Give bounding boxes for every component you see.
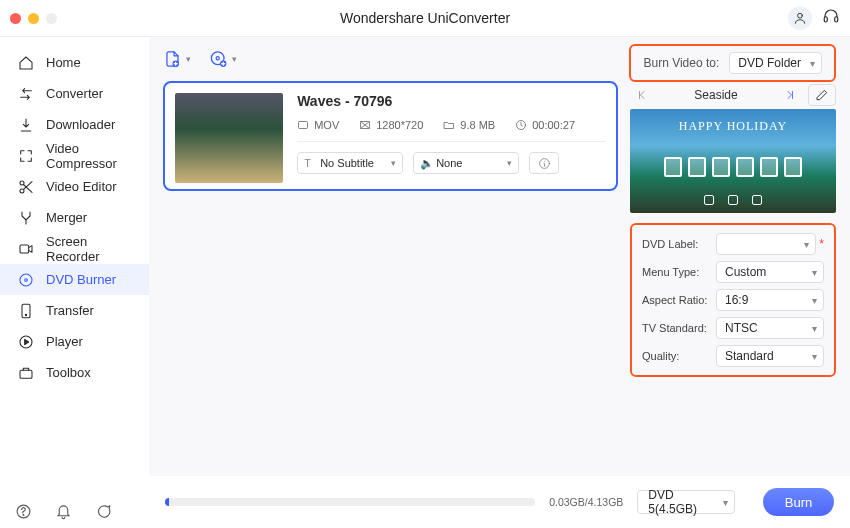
download-icon <box>18 117 34 133</box>
quality-select[interactable]: Standard <box>716 345 824 367</box>
svg-rect-18 <box>299 122 308 129</box>
svg-rect-1 <box>824 17 827 22</box>
zoom-window-button[interactable] <box>46 13 57 24</box>
sidebar-item-label: Downloader <box>46 117 115 132</box>
sidebar-item-label: Screen Recorder <box>46 234 131 264</box>
sidebar-item-merger[interactable]: Merger <box>0 202 149 233</box>
next-theme-button[interactable] <box>776 84 802 106</box>
audio-icon: 🔈 <box>420 157 434 170</box>
svg-point-7 <box>25 278 28 281</box>
size-progress-text: 0.03GB/4.13GB <box>549 496 623 508</box>
bottom-bar: 0.03GB/4.13GB DVD 5(4.5GB) Burn <box>149 476 850 528</box>
quality-label: Quality: <box>642 350 716 362</box>
svg-point-6 <box>20 274 32 286</box>
sidebar-item-compressor[interactable]: Video Compressor <box>0 140 149 171</box>
svg-rect-2 <box>835 17 838 22</box>
clip-title: Waves - 70796 <box>297 93 606 109</box>
disc-icon <box>18 272 34 288</box>
dvd-label-label: DVD Label: <box>642 238 716 250</box>
play-icon <box>18 334 34 350</box>
sidebar-item-home[interactable]: Home <box>0 47 149 78</box>
svg-point-13 <box>23 514 24 515</box>
sidebar-item-label: DVD Burner <box>46 272 116 287</box>
sidebar-item-toolbox[interactable]: Toolbox <box>0 357 149 388</box>
required-indicator: * <box>819 237 824 251</box>
edit-theme-button[interactable] <box>808 84 836 106</box>
info-icon <box>538 157 551 170</box>
sidebar-item-converter[interactable]: Converter <box>0 78 149 109</box>
bell-icon <box>55 503 72 520</box>
theme-banner-text: HAPPY HOLIDAY <box>630 119 836 134</box>
burn-button[interactable]: Burn <box>763 488 834 516</box>
chevron-down-icon: ▾ <box>186 54 191 64</box>
clip-info: Waves - 70796 MOV 1280*720 9.8 MB 00:00:… <box>297 93 606 179</box>
audio-select[interactable]: 🔈None <box>413 152 519 174</box>
dvd-label-input[interactable] <box>716 233 816 255</box>
minimize-window-button[interactable] <box>28 13 39 24</box>
support-button[interactable] <box>822 7 840 29</box>
sidebar-item-transfer[interactable]: Transfer <box>0 295 149 326</box>
aspect-ratio-label: Aspect Ratio: <box>642 294 716 306</box>
subtitle-icon: T <box>304 157 311 169</box>
clip-info-button[interactable] <box>529 152 559 174</box>
scissors-icon <box>18 179 34 195</box>
main-content: ▾ ▾ Burn Video to: DVD Folder Waves - 70… <box>149 37 850 528</box>
help-button[interactable] <box>14 502 32 520</box>
window-controls <box>0 13 57 24</box>
sidebar-item-label: Player <box>46 334 83 349</box>
record-icon <box>18 241 34 257</box>
headphones-icon <box>822 7 840 25</box>
folder-icon <box>443 119 455 131</box>
clip-thumbnail <box>175 93 283 183</box>
burn-to-label: Burn Video to: <box>643 56 719 70</box>
sidebar-item-label: Home <box>46 55 81 70</box>
titlebar: Wondershare UniConverter <box>0 0 850 37</box>
svg-rect-11 <box>20 370 32 378</box>
subtitle-select[interactable]: TNo Subtitle <box>297 152 403 174</box>
tv-standard-label: TV Standard: <box>642 322 716 334</box>
file-plus-icon <box>163 48 182 70</box>
feedback-button[interactable] <box>94 502 112 520</box>
dvd-settings: DVD Label: * Menu Type: Custom Aspect Ra… <box>630 223 836 377</box>
compress-icon <box>18 148 34 164</box>
clip-resolution: 1280*720 <box>376 119 423 131</box>
converter-icon <box>18 86 34 102</box>
sidebar-item-editor[interactable]: Video Editor <box>0 171 149 202</box>
merge-icon <box>18 210 34 226</box>
home-icon <box>18 55 34 71</box>
sidebar-item-label: Transfer <box>46 303 94 318</box>
sidebar-item-player[interactable]: Player <box>0 326 149 357</box>
load-dvd-button[interactable]: ▾ <box>209 45 237 73</box>
chevron-down-icon: ▾ <box>232 54 237 64</box>
sidebar-item-label: Merger <box>46 210 87 225</box>
account-button[interactable] <box>788 6 812 30</box>
svg-point-9 <box>25 314 26 315</box>
tv-standard-select[interactable]: NTSC <box>716 317 824 339</box>
menu-type-select[interactable]: Custom <box>716 261 824 283</box>
svg-point-16 <box>216 57 219 60</box>
clip-card[interactable]: Waves - 70796 MOV 1280*720 9.8 MB 00:00:… <box>163 81 618 191</box>
aspect-ratio-select[interactable]: 16:9 <box>716 289 824 311</box>
burn-target-group: Burn Video to: DVD Folder <box>629 44 836 82</box>
sidebar-item-dvd-burner[interactable]: DVD Burner <box>0 264 149 295</box>
menu-type-label: Menu Type: <box>642 266 716 278</box>
clock-icon <box>515 119 527 131</box>
sidebar-item-recorder[interactable]: Screen Recorder <box>0 233 149 264</box>
app-title: Wondershare UniConverter <box>340 10 510 26</box>
format-icon <box>297 119 309 131</box>
sidebar-item-label: Video Editor <box>46 179 117 194</box>
add-file-button[interactable]: ▾ <box>163 45 191 73</box>
help-icon <box>15 503 32 520</box>
size-progress <box>165 498 535 506</box>
resolution-icon <box>359 119 371 131</box>
prev-theme-button[interactable] <box>630 84 656 106</box>
notifications-button[interactable] <box>54 502 72 520</box>
sidebar-item-label: Toolbox <box>46 365 91 380</box>
toolbox-icon <box>18 365 34 381</box>
disc-type-select[interactable]: DVD 5(4.5GB) <box>637 490 735 514</box>
next-icon <box>781 89 797 101</box>
sidebar-item-downloader[interactable]: Downloader <box>0 109 149 140</box>
close-window-button[interactable] <box>10 13 21 24</box>
theme-preview[interactable]: HAPPY HOLIDAY <box>630 109 836 213</box>
burn-to-select[interactable]: DVD Folder <box>729 52 822 74</box>
